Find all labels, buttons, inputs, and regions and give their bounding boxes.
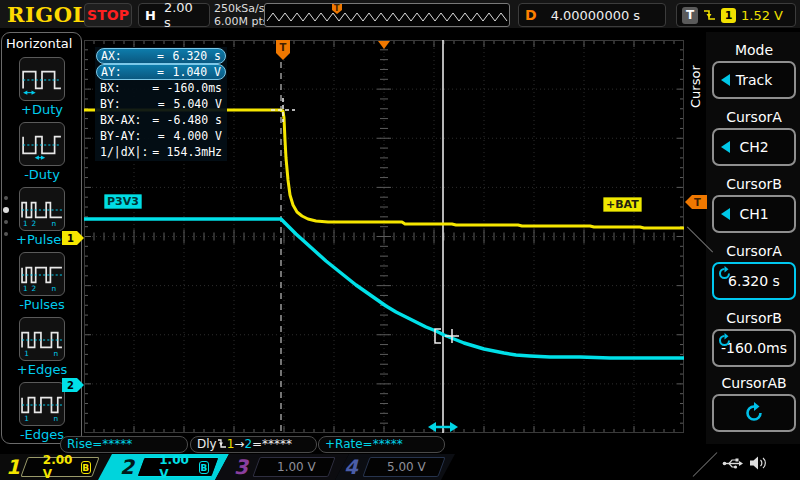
svg-text:n: n [54,349,59,358]
channel-4-scale-box[interactable]: 5.00 V [362,457,445,477]
cursor-row-bx: BX:=-160.0ms [96,80,226,96]
delay-readout-box[interactable]: D 4.00000000 s [518,3,666,27]
svg-text:T: T [280,42,287,53]
bandwidth-limit-badge: B [199,461,209,474]
channel-3-number[interactable]: 3 [234,455,248,479]
preview-trigger-marker: T [332,4,342,14]
measure-delay[interactable]: Dly1→2=***** [190,436,317,453]
scroll-indicator-dot-active [3,207,9,213]
softkey-title-cursor-b-src: CursorB [712,176,796,192]
edges-plus-icon: 1n [19,317,65,361]
measure-rate[interactable]: +Rate=***** [318,436,445,453]
svg-text:1: 1 [67,233,74,244]
softkey-title-cursor-a-pos: CursorA [712,243,796,259]
menu-item-edges-plus[interactable]: 1n +Edges [0,317,84,377]
trigger-readout-box[interactable]: T 1 1.52 V [676,3,796,27]
arrow-right-icon: → [234,437,244,451]
acquisition-info: 250kSa/s 6.00M pts [214,2,269,28]
softkey-cursor-a-source[interactable]: CH2 [712,128,796,166]
dial-icon [717,266,732,281]
cursor-row-freq: 1/|dX|:=154.3mHz [96,144,226,160]
svg-text:1: 1 [24,414,29,423]
duty-minus-icon [19,122,65,166]
svg-text:1: 1 [23,219,28,228]
pulses-minus-icon: 12n [19,252,65,296]
trigger-position-marker: T [276,40,290,60]
cursor-row-ay: AY:=1.040 V [96,64,226,80]
rigol-logo: RIGOL [7,2,88,27]
softkey-mode-track[interactable]: Track [712,61,796,99]
svg-text:n: n [51,219,56,228]
waveform-memory-preview[interactable]: T [264,3,510,27]
softkey-title-cursor-b-pos: CursorB [712,310,796,326]
d-label: D [525,7,537,23]
channel-status-bar: 1 2.00 V B 2 1.00 V B 3 1.00 V 4 [0,454,800,480]
bandwidth-limit-badge: B [81,461,91,474]
softkey-cursor-a-position[interactable]: 6.320 s [712,262,796,300]
menu-item-duty-minus[interactable]: -Duty [0,122,84,182]
dial-icon [743,402,765,424]
falling-edge-icon [703,8,716,22]
pulses-plus-icon: 12n [19,187,65,231]
top-status-bar: RIGOL STOP H 2.00 s 250kSa/s 6.00M pts T… [0,0,800,30]
svg-text:T: T [694,197,701,208]
channel-1-number[interactable]: 1 [6,455,20,479]
svg-text:1: 1 [24,349,29,358]
svg-text:2: 2 [67,380,74,391]
scroll-indicator-dot [4,196,8,200]
svg-text:2: 2 [32,284,37,293]
menu-tab-cursor: Cursor [688,52,703,122]
memory-depth: 6.00M pts [214,15,269,28]
channel-4-number[interactable]: 4 [344,455,358,479]
channel-1-scale-box[interactable]: 2.00 V B [20,457,99,477]
scroll-indicator-dot [4,232,8,236]
delay-prefix: Dly [197,437,217,451]
softkey-cursor-b-source[interactable]: CH1 [712,195,796,233]
channel-2-scale-box[interactable]: 1.00 V B [136,457,219,477]
ch2-net-label[interactable]: P3V3 [104,194,142,209]
delay-center-marker [378,41,390,49]
ch1-ground-marker[interactable]: 1 [62,231,84,245]
softkey-cursor-ab[interactable] [712,394,796,432]
svg-text:2: 2 [32,219,37,228]
cursor-row-ax: AX:=6.320 s [96,48,226,64]
trigger-level-value: 1.52 V [741,8,783,23]
sample-rate: 250kSa/s [214,2,269,15]
trigger-level-marker[interactable]: T [685,194,707,208]
h-label: H [145,8,156,23]
delay-to-ch: 2 [244,437,252,451]
softkey-title-cursor-ab: CursorAB [712,375,796,391]
edges-minus-icon: 1n [19,382,65,426]
softkey-title-mode: Mode [712,42,796,58]
trigger-source-badge: 1 [721,8,736,23]
svg-text:n: n [54,414,59,423]
menu-item-duty-plus[interactable]: +Duty [0,57,84,117]
channel-2-number[interactable]: 2 [120,455,134,479]
ch2-ground-marker[interactable]: 2 [62,378,84,392]
scroll-indicator-dot [4,220,8,224]
ch1-net-label[interactable]: +BAT [603,197,642,212]
timebase-value: 2.00 s [164,0,203,30]
softkey-cursor-b-position[interactable]: -160.0ms [712,329,796,367]
menu-item-pulses-minus[interactable]: 12n -Pulses [0,252,84,312]
channel-3-scale-box[interactable]: 1.00 V [252,457,335,477]
speaker-icon [750,456,767,470]
horizontal-timebase-box[interactable]: H 2.00 s [138,3,210,27]
measure-rise[interactable]: Rise=***** [60,436,188,453]
cursor-measurement-box: AX:=6.320 s AY:=1.040 V BX:=-160.0ms BY:… [95,47,227,161]
preview-waveform-icon: T [265,4,509,26]
duty-plus-icon [19,57,65,101]
run-state-badge[interactable]: STOP [84,3,132,27]
svg-text:T: T [334,4,340,13]
delay-value: 4.00000000 s [551,8,640,23]
svg-text:n: n [51,284,56,293]
cursor-row-by: BY:=5.040 V [96,96,226,112]
delay-value: =***** [252,437,292,451]
t-label: T [682,7,698,24]
svg-text:1: 1 [23,284,28,293]
left-arrow-icon [721,208,730,220]
left-arrow-icon [721,74,730,86]
usb-icon [722,457,744,470]
softkey-title-cursor-a-src: CursorA [712,109,796,125]
left-menu-title: Horizontal [6,36,72,51]
